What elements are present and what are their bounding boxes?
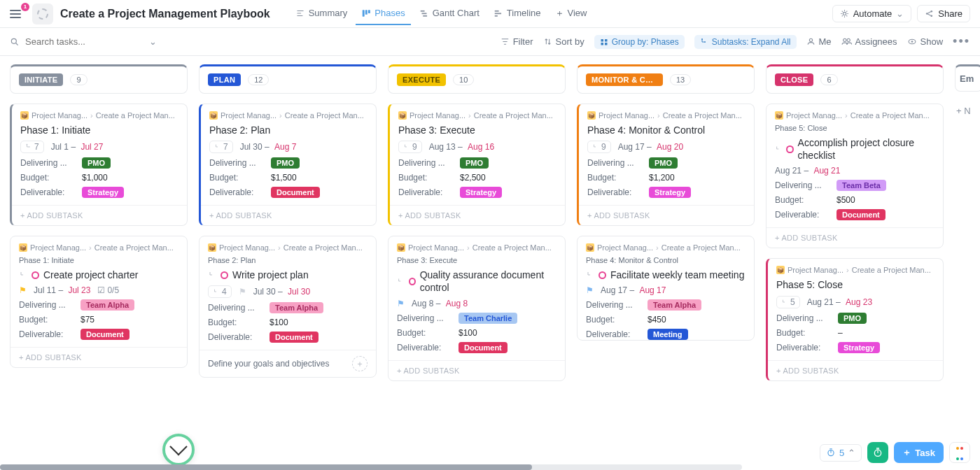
- add-subtask[interactable]: + ADD SUBTASK: [201, 205, 376, 225]
- deliverable-tag: Strategy: [82, 187, 124, 198]
- svg-rect-1: [297, 13, 301, 13]
- column-initiate: INITIATE 9 📦Project Manag...›Create a Pr…: [10, 64, 188, 470]
- tab-summary[interactable]: Summary: [290, 2, 354, 25]
- page-title: Create a Project Management Playbook: [60, 8, 270, 20]
- sort-button[interactable]: Sort by: [543, 36, 584, 47]
- svg-point-16: [11, 38, 16, 43]
- svg-point-12: [843, 12, 846, 15]
- add-subtask[interactable]: + ADD SUBTASK: [388, 360, 565, 380]
- timer-chip[interactable]: 5 ⌃: [820, 444, 862, 462]
- svg-rect-4: [365, 10, 368, 14]
- svg-rect-17: [601, 39, 603, 42]
- svg-point-25: [847, 38, 850, 41]
- svg-point-22: [704, 41, 706, 43]
- tab-add-view[interactable]: ＋View: [550, 1, 593, 27]
- project-icon[interactable]: [32, 3, 53, 24]
- card-charter[interactable]: 📦Project Manag...›Create a Project Man..…: [10, 236, 188, 368]
- svg-rect-19: [601, 43, 603, 45]
- column-header[interactable]: INITIATE 9: [10, 64, 188, 94]
- tab-phases[interactable]: Phases: [356, 2, 410, 25]
- column-monitor: MONITOR & CO... 13 📦Project Manag...›Cre…: [577, 64, 755, 470]
- svg-rect-6: [420, 10, 424, 11]
- share-button[interactable]: Share: [917, 5, 970, 22]
- column-header[interactable]: PLAN 12: [199, 64, 377, 94]
- description: Define your goals and objectives: [208, 359, 329, 369]
- card-projplan[interactable]: 📦Project Manag...›Create a Project Man..…: [199, 236, 377, 378]
- add-subtask[interactable]: + ADD SUBTASK: [12, 205, 187, 225]
- column-header[interactable]: Em: [955, 64, 980, 92]
- svg-point-29: [29, 146, 30, 148]
- assignees-button[interactable]: Assignees: [841, 36, 897, 47]
- toolbar: ⌄ Filter Sort by Group by: Phases Subtas…: [0, 28, 980, 56]
- tab-gantt[interactable]: Gantt Chart: [414, 2, 485, 25]
- horizontal-scrollbar[interactable]: [0, 464, 742, 470]
- search-icon: [10, 37, 20, 47]
- add-subtask[interactable]: + ADD SUBTASK: [768, 360, 943, 380]
- svg-rect-3: [363, 10, 365, 16]
- team-tag: PMO: [82, 157, 111, 169]
- card-phase1[interactable]: 📦Project Manag...›Create a Project Man..…: [10, 104, 188, 226]
- board: INITIATE 9 📦Project Manag...›Create a Pr…: [0, 56, 980, 470]
- card-qa[interactable]: 📦Project Manag...›Create a Project Man..…: [388, 236, 566, 380]
- column-header[interactable]: CLOSE 6: [766, 64, 944, 94]
- subtasks-chip[interactable]: Subtasks: Expand All: [694, 35, 797, 49]
- svg-point-27: [911, 41, 913, 43]
- bottom-toolbar: 5 ⌃ ＋Task: [820, 442, 970, 463]
- group-by-chip[interactable]: Group by: Phases: [594, 35, 685, 49]
- status-icon: [31, 271, 39, 279]
- column-execute: EXECUTE 10 📦Project Manag...›Create a Pr…: [388, 64, 566, 470]
- filter-button[interactable]: Filter: [500, 36, 533, 47]
- add-new[interactable]: + N: [955, 101, 980, 120]
- column-plan: PLAN 12 📦Project Manag...›Create a Proje…: [199, 64, 377, 470]
- column-overflow: Em + N: [955, 64, 980, 470]
- svg-rect-5: [368, 10, 370, 13]
- flag-icon[interactable]: ⚑: [19, 285, 27, 295]
- checklist-count[interactable]: ☑0/5: [97, 285, 119, 295]
- flag-icon[interactable]: ⚑: [239, 287, 246, 297]
- search-expand[interactable]: ⌄: [149, 36, 157, 47]
- card-closure[interactable]: 📦Project Manag...›Create a Project Man..…: [766, 104, 944, 248]
- card-phase3[interactable]: 📦Project Manag...›Create a Project Man..…: [388, 104, 566, 226]
- svg-rect-0: [297, 10, 303, 10]
- apps-grid-button[interactable]: [949, 442, 970, 463]
- record-cursor-bubble[interactable]: [162, 434, 195, 466]
- subtask-count[interactable]: 7: [20, 141, 44, 153]
- menu-toggle[interactable]: 1: [10, 6, 27, 22]
- svg-rect-9: [495, 10, 499, 11]
- flag-icon[interactable]: ⚑: [586, 285, 594, 295]
- card-weekly[interactable]: 📦Project Manag...›Create a Project Man..…: [577, 236, 755, 341]
- column-header[interactable]: MONITOR & CO... 13: [577, 64, 755, 94]
- automate-button[interactable]: Automate ⌄: [832, 5, 912, 22]
- card-title: Phase 1: Initiate: [20, 124, 178, 136]
- svg-rect-8: [423, 15, 427, 16]
- card-phase5[interactable]: 📦Project Manag...›Create a Project Man..…: [766, 258, 944, 380]
- me-filter[interactable]: Me: [806, 36, 832, 47]
- breadcrumb: 📦Project Manag...›Create a Project Man..…: [20, 111, 178, 120]
- add-subtask[interactable]: + ADD SUBTASK: [766, 227, 943, 248]
- svg-rect-18: [605, 39, 608, 42]
- quick-timer-button[interactable]: [867, 442, 888, 463]
- flag-icon[interactable]: ⚑: [397, 299, 405, 308]
- column-header[interactable]: EXECUTE 10: [388, 64, 566, 94]
- search-input[interactable]: [24, 36, 145, 48]
- svg-point-28: [27, 144, 28, 145]
- show-button[interactable]: Show: [907, 36, 944, 47]
- assign-add[interactable]: ＋: [352, 356, 368, 371]
- parent-phase: Phase 1: Initiate: [19, 256, 178, 264]
- svg-point-24: [843, 38, 846, 41]
- svg-rect-20: [605, 43, 608, 45]
- header-bar: 1 Create a Project Management Playbook S…: [0, 0, 980, 28]
- add-subtask[interactable]: + ADD SUBTASK: [10, 347, 187, 367]
- dates: Jul 1 – Jul 27: [51, 142, 104, 152]
- more-menu[interactable]: •••: [953, 34, 970, 49]
- column-name: INITIATE: [19, 73, 63, 86]
- column-close: CLOSE 6 📦Project Manag...›Create a Proje…: [766, 64, 944, 470]
- card-phase4[interactable]: 📦Project Manag...›Create a Project Man..…: [577, 104, 755, 226]
- view-tabs: Summary Phases Gantt Chart Timeline ＋Vie…: [290, 1, 827, 27]
- tab-timeline[interactable]: Timeline: [488, 2, 547, 25]
- add-subtask[interactable]: + ADD SUBTASK: [579, 205, 754, 225]
- card-phase2[interactable]: 📦Project Manag...›Create a Project Man..…: [199, 104, 377, 226]
- new-task-button[interactable]: ＋Task: [894, 442, 944, 463]
- add-subtask[interactable]: + ADD SUBTASK: [390, 205, 565, 225]
- breadcrumb: 📦Project Manag...›Create a Project Man..…: [19, 243, 178, 252]
